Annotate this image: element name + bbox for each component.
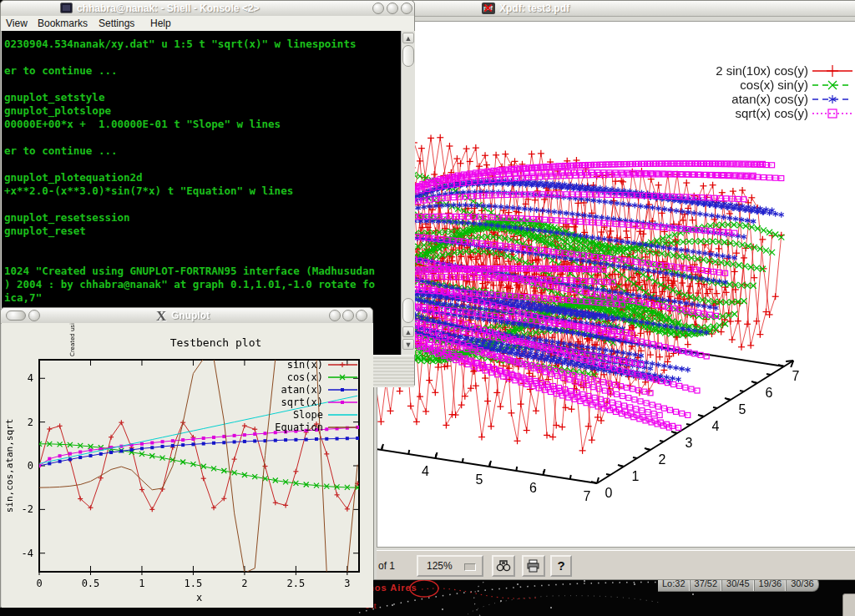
desktop: nos Aires ott Lo:32 37/52 30/45 19/36 30… xyxy=(0,0,855,616)
terminal-scrollbar[interactable]: ▲ ▲ ▼ xyxy=(401,31,415,355)
pdf-icon: pdf xyxy=(482,3,495,14)
printer-icon xyxy=(526,559,541,573)
about-button[interactable]: ? xyxy=(550,555,572,577)
maximize-button[interactable] xyxy=(387,3,398,14)
close-button[interactable] xyxy=(401,3,412,14)
scroll-down-icon[interactable]: ▼ xyxy=(402,339,414,350)
xpdf-toolbar: of 1 125% ? xyxy=(377,550,855,579)
scroll-up2-icon[interactable]: ▲ xyxy=(402,326,414,337)
minimize-button[interactable] xyxy=(372,3,384,14)
close-button[interactable] xyxy=(356,310,367,321)
menu-settings[interactable]: Settings xyxy=(99,18,134,29)
wallpaper-city-label: nos Aires xyxy=(368,583,417,593)
pdf-3d-plot-canvas[interactable] xyxy=(377,22,854,547)
gnuplot-plot-area[interactable] xyxy=(2,323,373,608)
dropdown-indicator-icon xyxy=(464,563,476,571)
menu-help[interactable]: Help xyxy=(150,18,171,29)
gnuplot-window-title: Gnuplot xyxy=(171,310,210,321)
terminal-icon xyxy=(60,3,73,13)
xpdf-page-area[interactable] xyxy=(377,21,855,548)
konsole-titlebar[interactable]: chhabra@nanak: - Shell - Konsole <2> xyxy=(1,1,414,17)
zoom-level-value: 125% xyxy=(427,560,453,572)
binoculars-icon xyxy=(496,559,511,573)
xpdf-titlebar[interactable]: pdf Xpdf: test3.pdf xyxy=(374,1,855,17)
scrollbar-thumb[interactable] xyxy=(402,45,414,67)
xpdf-window: pdf Xpdf: test3.pdf of 1 125% xyxy=(373,0,855,580)
gnuplot-2d-chart-canvas[interactable] xyxy=(2,323,373,608)
print-button[interactable] xyxy=(522,555,545,577)
panel-corner xyxy=(842,593,855,616)
menu-bookmarks[interactable]: Bookmarks xyxy=(38,18,88,29)
zoom-select[interactable]: 125% xyxy=(417,555,483,577)
terminal-text: 0230904.534nanak/xy.dat" u 1:5 t "sqrt(x… xyxy=(2,31,401,305)
scrollbar-thumb-lower[interactable] xyxy=(402,298,414,323)
maximize-button[interactable] xyxy=(342,310,354,321)
gnuplot-window: X Gnuplot xyxy=(0,307,373,608)
terminal-viewport[interactable]: 0230904.534nanak/xy.dat" u 1:5 t "sqrt(x… xyxy=(2,31,401,355)
sticky-button[interactable] xyxy=(28,310,40,321)
gnuplot-titlebar[interactable]: X Gnuplot xyxy=(1,308,372,324)
x11-logo-icon: X xyxy=(156,308,166,325)
find-button[interactable] xyxy=(492,555,515,577)
minimize-button[interactable] xyxy=(329,310,341,321)
xpdf-window-title: Xpdf: test3.pdf xyxy=(499,3,569,14)
konsole-window-title: chhabra@nanak: - Shell - Konsole <2> xyxy=(77,3,259,14)
konsole-menubar: View Bookmarks Settings Help xyxy=(1,16,414,32)
scroll-up-icon[interactable]: ▲ xyxy=(402,33,414,43)
page-info: of 1 xyxy=(378,560,395,572)
menu-view[interactable]: View xyxy=(6,18,28,29)
window-menu-button[interactable] xyxy=(6,311,26,321)
